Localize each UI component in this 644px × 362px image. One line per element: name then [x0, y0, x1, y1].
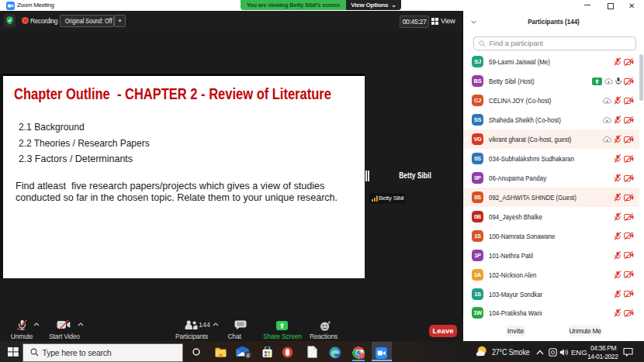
- svg-text:8: 8: [246, 352, 250, 359]
